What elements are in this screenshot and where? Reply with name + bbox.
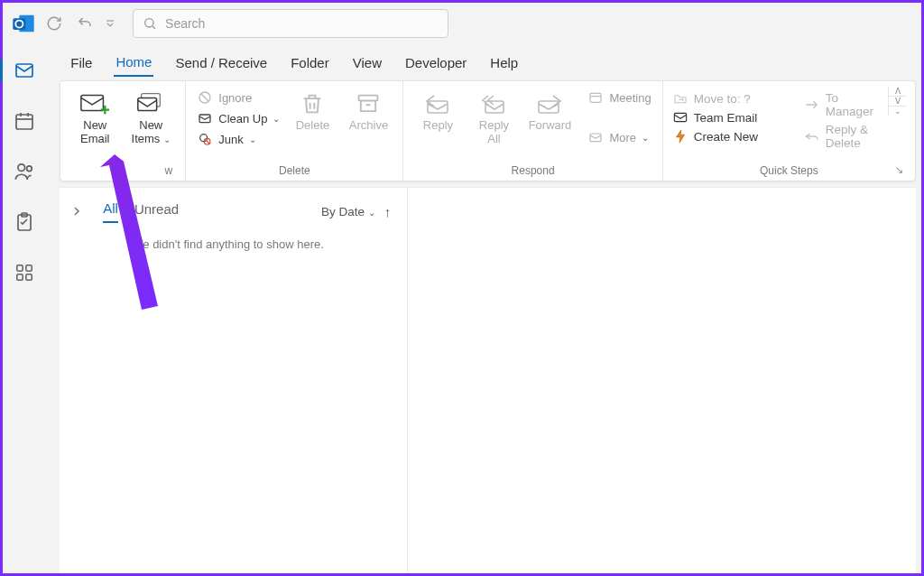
menu-tabs: File Home Send / Receive Folder View Dev… [45, 44, 921, 80]
nav-calendar-icon[interactable] [11, 107, 38, 135]
svg-point-4 [145, 19, 153, 27]
ribbon-group-quicksteps: Move to: ? Team Email Create New To Mana… [663, 81, 915, 181]
empty-message: We didn't find anything to show here. [103, 237, 391, 251]
svg-rect-34 [428, 101, 448, 113]
tab-help[interactable]: Help [488, 50, 520, 76]
archive-button[interactable]: Archive [343, 87, 393, 133]
ribbon-group-new: New Email New Items ⌄ w [60, 81, 186, 181]
search-input[interactable] [158, 16, 439, 31]
lightning-icon [672, 129, 688, 144]
svg-rect-40 [674, 113, 686, 121]
ignore-icon [197, 89, 213, 106]
svg-rect-7 [16, 115, 32, 129]
group-caption-quicksteps: Quick Steps [672, 164, 906, 181]
sort-direction-icon[interactable]: ↑ [384, 204, 392, 219]
chevron-up-icon[interactable]: ᐱ [889, 87, 906, 97]
svg-line-25 [201, 94, 208, 101]
svg-rect-19 [81, 96, 104, 111]
tab-folder[interactable]: Folder [289, 50, 331, 76]
ribbon-group-respond: Reply Reply All Forward Meeting More ⌄ R… [403, 81, 662, 181]
tab-view[interactable]: View [351, 50, 383, 76]
new-email-label: New Email [80, 119, 110, 146]
forward-button[interactable]: Forward [524, 87, 575, 133]
message-list-header: All Unread By Date ⌄ ↑ [103, 200, 391, 223]
reply-button[interactable]: Reply [412, 87, 463, 133]
window-frame: File Home Send / Receive Folder View Dev… [0, 0, 924, 576]
svg-rect-39 [590, 134, 601, 142]
reading-pane [408, 188, 916, 573]
replyall-icon [478, 90, 509, 117]
qs-reply-delete[interactable]: Reply & Delete [804, 122, 873, 151]
svg-line-5 [152, 26, 155, 29]
svg-rect-18 [25, 274, 31, 280]
forward-icon [534, 90, 565, 117]
gallery-expand-icon[interactable]: ⌄ [889, 107, 906, 116]
group-caption-new: w [69, 164, 176, 181]
group-caption-respond: Respond [412, 164, 652, 181]
meeting-icon [587, 89, 604, 106]
undo-icon[interactable] [72, 11, 97, 36]
delete-button[interactable]: Delete [287, 87, 337, 133]
envelope-icon [672, 110, 688, 125]
folder-arrow-icon [672, 91, 688, 106]
content-area: All Unread By Date ⌄ ↑ We didn't find an… [60, 187, 916, 573]
qs-gallery-scroll[interactable]: ᐱ ᐯ ⌄ [888, 87, 906, 116]
svg-rect-36 [539, 101, 559, 113]
tab-sendreceive[interactable]: Send / Receive [173, 50, 269, 76]
more-icon [587, 129, 604, 145]
svg-line-29 [206, 139, 210, 144]
qs-team-email[interactable]: Team Email [672, 109, 790, 125]
cleanup-button[interactable]: Clean Up ⌄ [195, 109, 282, 127]
svg-point-12 [26, 166, 32, 172]
new-email-icon [79, 90, 110, 117]
reply-arrow-icon [804, 129, 820, 144]
reply-icon [422, 90, 453, 117]
message-list-pane: All Unread By Date ⌄ ↑ We didn't find an… [94, 188, 408, 573]
tab-file[interactable]: File [69, 50, 94, 76]
outlook-logo [8, 8, 39, 39]
qat-dropdown-icon[interactable] [103, 11, 117, 36]
qs-to-manager[interactable]: To Manager [804, 90, 873, 119]
svg-rect-16 [25, 265, 31, 271]
replyall-button[interactable]: Reply All [468, 87, 519, 146]
chevron-down-icon: ⌄ [368, 208, 375, 218]
nav-sidebar [3, 44, 45, 573]
new-items-label: New Items ⌄ [132, 119, 171, 146]
search-box[interactable] [133, 9, 448, 38]
nav-mail-icon[interactable] [11, 57, 38, 84]
svg-rect-23 [138, 98, 157, 110]
svg-rect-32 [359, 96, 378, 101]
qs-moveto[interactable]: Move to: ? [672, 90, 790, 107]
svg-rect-37 [590, 93, 601, 102]
ribbon-group-delete: Ignore Clean Up ⌄ Junk ⌄ Delete Archive [186, 81, 403, 181]
more-respond-button[interactable]: More ⌄ [586, 128, 652, 146]
junk-button[interactable]: Junk ⌄ [195, 130, 282, 148]
archive-icon [353, 90, 383, 117]
junk-icon [197, 131, 213, 147]
tab-developer[interactable]: Developer [403, 50, 468, 76]
group-caption-delete: Delete [195, 164, 393, 181]
tab-home[interactable]: Home [114, 49, 153, 77]
nav-apps-icon[interactable] [11, 259, 38, 286]
svg-point-11 [18, 164, 25, 172]
qs-create-new[interactable]: Create New [672, 128, 790, 144]
svg-rect-15 [16, 265, 22, 271]
ribbon: New Email New Items ⌄ w [60, 80, 916, 181]
nav-tasks-icon[interactable] [11, 209, 38, 236]
svg-rect-35 [485, 101, 504, 113]
meeting-button[interactable]: Meeting [586, 88, 652, 107]
filter-all[interactable]: All [103, 200, 118, 223]
svg-rect-17 [16, 274, 22, 280]
chevron-down-icon[interactable]: ᐯ [889, 97, 906, 107]
cleanup-icon [197, 110, 213, 126]
new-email-button[interactable]: New Email [69, 87, 120, 146]
nav-people-icon[interactable] [11, 158, 38, 185]
sort-button[interactable]: By Date ⌄ [321, 205, 375, 218]
svg-rect-26 [199, 115, 210, 123]
sync-icon[interactable] [42, 11, 67, 36]
ignore-button[interactable]: Ignore [195, 88, 282, 107]
filter-unread[interactable]: Unread [134, 201, 179, 222]
folder-pane-toggle[interactable] [60, 188, 94, 573]
new-items-button[interactable]: New Items ⌄ [125, 87, 176, 146]
dialog-launcher-icon[interactable]: ↘ [895, 164, 908, 177]
